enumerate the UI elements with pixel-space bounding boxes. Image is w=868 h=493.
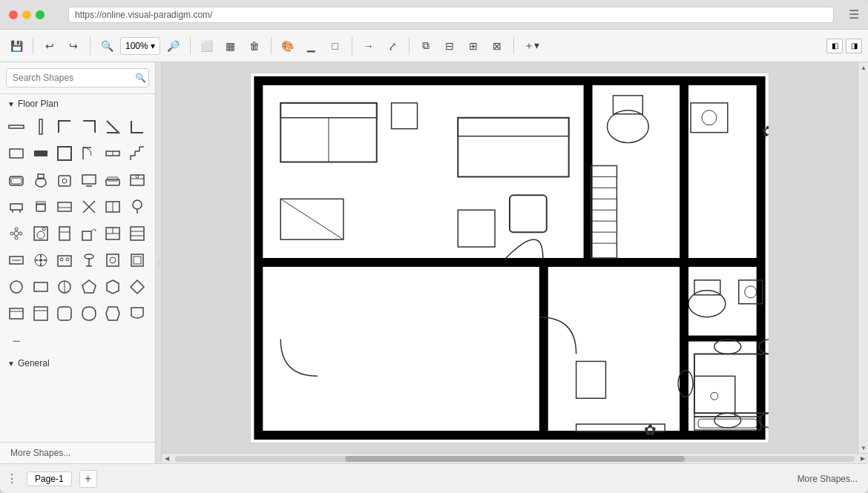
shape-washer[interactable] [30,223,51,244]
page-tab[interactable]: Page-1 [27,472,72,486]
zoom-level-dropdown[interactable]: 100% ▾ [120,37,160,55]
shape-room[interactable] [54,143,75,164]
svg-point-61 [60,258,63,261]
section-arrow-floor-plan: ▼ [7,100,15,108]
shape-x[interactable] [79,196,99,217]
sidebar-resize-handle[interactable]: ⋮ [156,62,162,463]
more-shapes-link[interactable]: More Shapes... [793,472,862,486]
scroll-left-button[interactable]: ◀ [162,454,172,464]
shape-stair[interactable] [127,143,148,164]
shape-shape3[interactable] [102,303,123,324]
page-options-button[interactable]: ⋮ [6,472,18,486]
shape-l-shape[interactable] [127,116,148,137]
shape-rect[interactable] [6,143,27,164]
line-color-button[interactable]: ▁ [301,36,322,56]
shape-corner-br[interactable] [102,116,123,137]
shape-ac[interactable] [6,250,27,271]
svg-point-37 [133,200,142,209]
shape-rect2[interactable] [30,277,51,297]
minimize-button[interactable] [22,10,31,19]
shape-window[interactable] [102,143,123,164]
shape-circle1[interactable] [6,277,27,297]
shape-safe[interactable] [102,250,123,271]
close-button[interactable] [9,10,18,19]
more-shapes-button[interactable]: More Shapes... [6,446,75,460]
shape-bathtub[interactable] [6,170,27,191]
delete-button[interactable]: 🗑 [244,36,265,56]
shape-sink[interactable] [54,170,75,191]
scroll-down-button[interactable]: ▼ [858,443,868,453]
shape-diamond[interactable] [127,277,148,297]
h-scroll-track[interactable] [175,456,855,462]
section-header-general[interactable]: ▼ General [0,354,155,373]
connector-button[interactable]: → [358,36,379,56]
position-button[interactable]: ⊞ [463,36,484,56]
floor-plan-svg: ✿ ✿ ✿ [250,73,769,443]
save-button[interactable]: 💾 [6,36,27,56]
align-button[interactable]: ⊟ [439,36,460,56]
scroll-up-button[interactable]: ▲ [858,62,868,73]
add-button[interactable]: ＋▾ [520,36,543,56]
shape-lamp[interactable] [79,250,99,271]
shape-desk[interactable] [54,196,75,217]
shape-toilet[interactable] [30,170,51,191]
shape-table[interactable] [6,196,27,217]
right-scrollbar: ▲ ▼ [858,62,868,453]
section-header-floor-plan[interactable]: ▼ Floor Plan [0,94,155,113]
layer-button[interactable]: ⊠ [487,36,507,56]
shape-thick-wall[interactable] [30,143,51,164]
undo-button[interactable]: ↩ [39,36,60,56]
shape-bookcase[interactable] [127,223,148,244]
shape-misc1[interactable]: ─ [6,330,27,351]
maximize-button[interactable] [36,10,45,19]
url-bar[interactable]: https://online.visual-paradigm.com/ [68,7,834,23]
shape-cabinet[interactable] [102,196,123,217]
svg-rect-21 [106,179,119,185]
search-input[interactable] [6,68,149,87]
zoom-out-button[interactable]: 🔍 [96,36,117,56]
shape-shape2[interactable] [79,303,99,324]
shape-tv[interactable] [79,170,99,191]
shape-plant[interactable] [127,196,148,217]
shape-flower[interactable] [6,223,27,244]
shape-hex[interactable] [102,277,123,297]
menu-icon[interactable]: ☰ [849,7,859,21]
shape-corner-tl[interactable] [54,116,75,137]
scroll-right-button[interactable]: ▶ [858,454,868,464]
copy-button[interactable]: ⬜ [197,36,217,56]
waypoint-button[interactable]: ⤤ [382,36,403,56]
sidebar: 🔍 ▼ Floor Plan [0,62,156,463]
fill-button[interactable]: 🎨 [277,36,298,56]
shape-corner-tr[interactable] [79,116,99,137]
shape-circle2[interactable] [54,277,75,297]
shape-rect3[interactable] [6,303,27,324]
shape-chair[interactable] [30,196,51,217]
shape-shower[interactable] [79,223,99,244]
arrange-button[interactable]: ⧉ [415,36,436,56]
shape-pentagon[interactable] [79,277,99,297]
shape-fridge[interactable] [54,223,75,244]
shape-fan[interactable] [30,250,51,271]
shape-range[interactable] [54,250,75,271]
paste-button[interactable]: ▦ [220,36,241,56]
shape-wall-v[interactable] [30,116,51,137]
section-label-general: General [18,358,50,368]
shape-bed[interactable] [127,170,148,191]
shape-rect4[interactable] [30,303,51,324]
add-page-button[interactable]: + [79,470,97,488]
shape-sofa[interactable] [102,170,123,191]
shape-shape4[interactable] [127,303,148,324]
zoom-in-button[interactable]: 🔎 [163,36,184,56]
shape-double-bed[interactable] [102,223,123,244]
border-button[interactable]: □ [325,36,346,56]
shape-wall-h[interactable] [6,116,27,137]
toggle-left-panel-button[interactable]: ◧ [826,39,843,53]
shape-box[interactable] [127,250,148,271]
redo-button[interactable]: ↪ [63,36,84,56]
shape-door[interactable] [79,143,99,164]
search-button[interactable]: 🔍 [135,73,146,83]
canvas-viewport[interactable]: ✿ ✿ ✿ [162,62,858,453]
toggle-right-panel-button[interactable]: ◨ [846,39,862,53]
shape-shape1[interactable] [54,303,75,324]
scroll-track[interactable] [858,73,868,443]
